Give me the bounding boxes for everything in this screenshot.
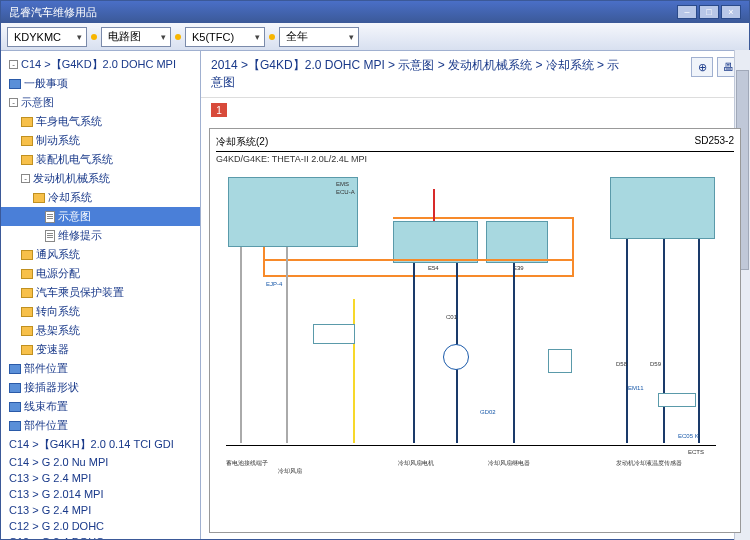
book-icon [9,79,21,89]
diagram-subtitle: G4KD/G4KE: THETA-II 2.0L/2.4L MPI [216,154,734,164]
tree-label: 冷却系统 [48,190,92,205]
breadcrumb-bar: 2014 >【G4KD】2.0 DOHC MPI > 示意图 > 发动机机械系统… [201,51,749,98]
ecu-block [228,177,358,247]
window-title: 昆睿汽车维修用品 [9,5,97,20]
tree-label: 通风系统 [36,247,80,262]
folder-icon [21,136,33,146]
folder-icon [21,326,33,336]
tree-item[interactable]: 冷却系统 [1,188,200,207]
tree-label: C13 > G 2.4 MPI [9,472,91,484]
motor-symbol [443,344,469,370]
tree-item[interactable]: C13 > G 2.014 MPI [1,486,200,502]
tree-label: C12 > G 2.4 DOHC [9,536,104,540]
tree-item[interactable]: 装配机电气系统 [1,150,200,169]
tree-item[interactable]: 变速器 [1,340,200,359]
folder-icon [21,155,33,165]
category-dropdown[interactable]: 电路图 [101,27,171,47]
tree-label: 线束布置 [24,399,68,414]
book-icon [9,421,21,431]
expand-icon[interactable]: - [9,60,18,69]
book-icon [9,402,21,412]
folder-icon [33,193,45,203]
separator-dot [175,34,181,40]
tree-item[interactable]: C12 > G 2.0 DOHC [1,518,200,534]
tree-item[interactable]: C14 > G 2.0 Nu MPI [1,454,200,470]
tree-item[interactable]: 汽车乘员保护装置 [1,283,200,302]
tree-item[interactable]: C12 > G 2.4 DOHC [1,534,200,540]
tree-item[interactable]: 部件位置 [1,359,200,378]
toolbar: KDYKMC 电路图 K5(TFC) 全年 [1,23,749,51]
tree-label: C13 > G 2.4 MPI [9,504,91,516]
tree-label: 悬架系统 [36,323,80,338]
expand-icon[interactable]: - [21,174,30,183]
folder-icon [21,307,33,317]
tree-item[interactable]: -C14 >【G4KD】2.0 DOHC MPI [1,55,200,74]
folder-icon [21,117,33,127]
diagram-panel: 冷却系统(2) SD253-2 G4KD/G4KE: THETA-II 2.0L… [209,128,741,533]
separator-dot [91,34,97,40]
minimize-button[interactable]: – [677,5,697,19]
tree-label: C12 > G 2.0 DOHC [9,520,104,532]
tree-label: 汽车乘员保护装置 [36,285,124,300]
tree-label: 部件位置 [24,418,68,433]
folder-icon [21,250,33,260]
book-icon [9,383,21,393]
tree-item[interactable]: 一般事项 [1,74,200,93]
sensor-block [610,177,715,239]
tree-label: 转向系统 [36,304,80,319]
tree-label: C14 >【G4KD】2.0 DOHC MPI [21,57,176,72]
callout-box [313,324,355,344]
diagram-title: 冷却系统(2) [216,135,268,149]
tree-label: 变速器 [36,342,69,357]
tree-item[interactable]: -发动机机械系统 [1,169,200,188]
tree-item[interactable]: 电源分配 [1,264,200,283]
tree-label: 制动系统 [36,133,80,148]
relay-block-1 [393,221,478,263]
tree-item[interactable]: 线束布置 [1,397,200,416]
tree-item[interactable]: 车身电气系统 [1,112,200,131]
tree-item[interactable]: 部件位置 [1,416,200,435]
tree-label: 发动机机械系统 [33,171,110,186]
navigation-tree[interactable]: -C14 >【G4KD】2.0 DOHC MPI一般事项-示意图车身电气系统制动… [1,51,201,540]
breadcrumb-path: 2014 >【G4KD】2.0 DOHC MPI > 示意图 > 发动机机械系统… [211,57,631,91]
close-button[interactable]: × [721,5,741,19]
diagram-code: SD253-2 [695,135,734,149]
tree-label: 维修提示 [58,228,102,243]
connector-box [548,349,572,373]
zoom-button[interactable]: ⊕ [691,57,713,77]
tree-label: 装配机电气系统 [36,152,113,167]
folder-icon [21,288,33,298]
expand-icon[interactable]: - [9,98,18,107]
tree-label: C14 > G 2.0 Nu MPI [9,456,108,468]
tree-item[interactable]: -示意图 [1,93,200,112]
page-icon [45,230,55,242]
tree-label: 接插器形状 [24,380,79,395]
maximize-button[interactable]: □ [699,5,719,19]
tree-item[interactable]: C13 > G 2.4 MPI [1,502,200,518]
tab-1[interactable]: 1 [211,103,227,117]
window-controls: – □ × [677,5,741,19]
tree-item[interactable]: 制动系统 [1,131,200,150]
model-dropdown[interactable]: K5(TFC) [185,27,265,47]
tree-label: C14 >【G4KH】2.0 0.14 TCI GDI [9,437,174,452]
relay-block-2 [486,221,548,263]
tree-item[interactable]: C14 >【G4KH】2.0 0.14 TCI GDI [1,435,200,454]
tree-item[interactable]: 接插器形状 [1,378,200,397]
tree-item[interactable]: C13 > G 2.4 MPI [1,470,200,486]
wiring-schematic[interactable]: EMS ECU-A E54 E39 EJP-4 [218,169,732,524]
tree-label: 电源分配 [36,266,80,281]
separator-dot [269,34,275,40]
folder-icon [21,345,33,355]
tree-item[interactable]: 维修提示 [1,226,200,245]
tree-label: 车身电气系统 [36,114,102,129]
page-tabs: 1 [201,98,749,120]
year-dropdown[interactable]: 全年 [279,27,359,47]
tree-item[interactable]: 通风系统 [1,245,200,264]
brand-dropdown[interactable]: KDYKMC [7,27,87,47]
tree-label: 示意图 [21,95,54,110]
tree-item[interactable]: 转向系统 [1,302,200,321]
tree-item[interactable]: 悬架系统 [1,321,200,340]
tree-item[interactable]: 示意图 [1,207,200,226]
tree-label: 示意图 [58,209,91,224]
tree-label: 部件位置 [24,361,68,376]
